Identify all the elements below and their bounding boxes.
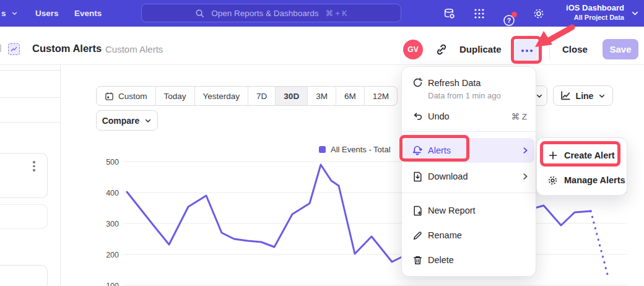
range-custom[interactable]: Custom	[97, 87, 156, 105]
gear-icon	[547, 175, 558, 186]
svg-text:400: 400	[106, 189, 119, 197]
legend-label: All Events - Total	[331, 145, 391, 154]
chart-type-button[interactable]: Line	[553, 85, 613, 106]
range-30d[interactable]: 30D	[276, 87, 308, 105]
project-scope: All Project Data	[566, 14, 624, 21]
calendar-icon	[105, 92, 114, 101]
card-kebab-icon[interactable]	[33, 161, 35, 171]
chevron-down-icon	[11, 10, 18, 17]
save-button[interactable]: Save	[603, 39, 638, 59]
range-6m[interactable]: 6M	[336, 87, 365, 105]
svg-text:200: 200	[106, 251, 119, 259]
undo-icon	[412, 111, 423, 122]
download-icon	[412, 171, 423, 182]
chevron-down-icon	[598, 92, 606, 100]
chevron-down-icon	[144, 117, 152, 124]
nav-item-partial[interactable]: s	[1, 9, 18, 18]
panel-card[interactable]	[0, 153, 48, 198]
chart-legend: All Events - Total	[319, 145, 391, 154]
range-12m[interactable]: 12M	[365, 87, 397, 105]
report-header: Custom Alerts Custom Alerts GV Duplicate…	[0, 27, 644, 65]
page-title: Custom Alerts	[32, 43, 102, 54]
collapsed-edge	[0, 45, 1, 52]
menu-item-delete[interactable]: Delete	[402, 248, 537, 272]
data-sources-icon[interactable]	[442, 7, 456, 20]
nav-item-users[interactable]: Users	[35, 9, 59, 18]
avatar[interactable]: GV	[403, 40, 423, 59]
refresh-icon	[412, 77, 423, 88]
range-7d[interactable]: 7D	[248, 87, 276, 105]
settings-icon[interactable]	[532, 7, 546, 20]
refresh-status: Data from 1 min ago	[428, 91, 501, 100]
alerts-submenu: Create Alert Manage Alerts	[536, 137, 627, 196]
panel-card[interactable]	[0, 265, 48, 286]
range-yesterday[interactable]: Yesterday	[195, 87, 249, 105]
panel-card[interactable]	[0, 204, 48, 229]
share-link-icon[interactable]	[435, 43, 448, 56]
more-options-button[interactable]	[515, 40, 539, 62]
report-type-icon	[8, 43, 20, 55]
more-options-menu: Refresh Data Data from 1 min ago Undo ⌘ …	[401, 66, 536, 277]
top-navbar: s Users Events Open Reports & Dashboards…	[0, 0, 644, 27]
breadcrumb: Custom Alerts	[105, 44, 163, 54]
help-icon[interactable]: ?	[502, 14, 516, 27]
header-divider	[549, 40, 550, 59]
menu-item-rename[interactable]: Rename	[402, 223, 537, 247]
trash-icon	[412, 254, 423, 266]
svg-text:500: 500	[106, 158, 119, 167]
nav-item-events[interactable]: Events	[74, 9, 102, 18]
notification-dot	[511, 12, 517, 17]
range-3m[interactable]: 3M	[308, 87, 336, 105]
menu-item-undo[interactable]: Undo ⌘ Z	[402, 105, 537, 128]
close-button[interactable]: Close	[562, 44, 588, 54]
menu-item-alerts[interactable]: Alerts	[402, 138, 537, 163]
menu-item-refresh-data[interactable]: Refresh Data Data from 1 min ago	[402, 72, 537, 105]
app-window: 500400300200100 All Events - Total s Use…	[0, 0, 644, 286]
svg-text:300: 300	[106, 220, 119, 228]
submenu-item-create-alert[interactable]: Create Alert	[537, 144, 628, 167]
svg-text:?: ?	[507, 17, 511, 24]
date-range-selector: Custom Today Yesterday 7D 30D 3M 6M 12M	[96, 86, 398, 106]
pencil-icon	[412, 230, 423, 241]
search-input[interactable]: Open Reports & Dashboards ⌘ + K	[141, 4, 401, 22]
submenu-chevron-right-icon	[521, 146, 529, 155]
search-icon	[195, 9, 204, 18]
project-switcher[interactable]: iOS Dashboard All Project Data	[566, 3, 624, 21]
menu-item-new-report[interactable]: New Report	[402, 199, 537, 222]
undo-shortcut: ⌘ Z	[511, 111, 528, 121]
range-today[interactable]: Today	[156, 87, 195, 105]
duplicate-button[interactable]: Duplicate	[459, 44, 502, 54]
submenu-chevron-right-icon	[521, 172, 529, 181]
project-name: iOS Dashboard	[566, 3, 624, 12]
compare-button[interactable]: Compare	[96, 110, 158, 131]
bell-plus-icon	[412, 145, 423, 156]
svg-text:100: 100	[106, 282, 119, 286]
legend-swatch	[319, 146, 326, 153]
new-report-icon	[412, 205, 423, 216]
search-shortcut: ⌘ + K	[326, 9, 347, 18]
left-panel	[0, 65, 61, 286]
plus-icon	[547, 150, 558, 161]
apps-grid-icon[interactable]	[472, 7, 486, 20]
project-chevron-down-icon	[631, 9, 639, 17]
line-chart-icon	[560, 90, 571, 101]
search-placeholder: Open Reports & Dashboards	[211, 9, 318, 18]
menu-item-download[interactable]: Download	[402, 164, 537, 189]
submenu-item-manage-alerts[interactable]: Manage Alerts	[537, 168, 628, 192]
